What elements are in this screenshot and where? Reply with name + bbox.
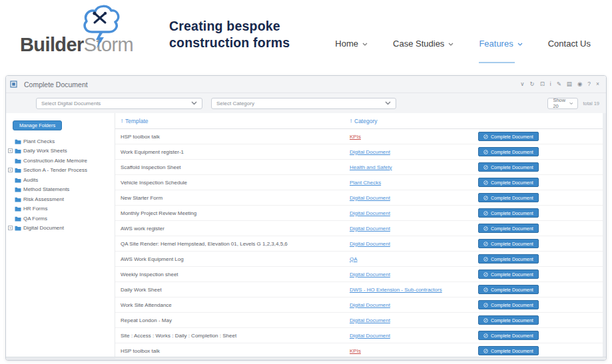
signature-icon bbox=[483, 303, 488, 307]
signature-icon bbox=[483, 196, 488, 200]
complete-document-button[interactable]: Complete Document bbox=[478, 254, 539, 264]
category-link[interactable]: Digital Document bbox=[350, 317, 390, 323]
table-row: HSP toolbox talk KPIs Complete Document bbox=[115, 343, 606, 359]
nav-item-features[interactable]: Features bbox=[479, 39, 522, 49]
table-row: Repeat London - May Digital Document Com… bbox=[115, 313, 606, 328]
folder-label: Audits bbox=[23, 177, 38, 183]
folder-item-daily-work-sheets[interactable]: + Daily Work Sheets bbox=[6, 146, 115, 156]
category-link[interactable]: Digital Document bbox=[350, 272, 390, 277]
folder-item-audits[interactable]: Audits bbox=[6, 175, 115, 185]
select-digital-documents-value: Select Digital Documents bbox=[41, 100, 101, 106]
template-cell: New Starter Form bbox=[115, 195, 350, 201]
table-row: Weekly Inspection sheet Digital Document… bbox=[115, 267, 606, 282]
category-link[interactable]: DWS - HO Extension - Sub-contractors bbox=[350, 287, 442, 293]
titlebar-icons: ∨↻⊡i✎▤◉?× bbox=[520, 81, 599, 87]
complete-document-button[interactable]: Complete Document bbox=[478, 300, 539, 309]
table-row: Work Site Attendance Digital Document Co… bbox=[115, 297, 606, 313]
expand-icon[interactable]: + bbox=[8, 148, 13, 153]
table-row: New Starter Form Digital Document Comple… bbox=[115, 190, 606, 206]
template-cell: Work Equipment register-1 bbox=[115, 149, 350, 155]
folder-item-risk-assessment[interactable]: Risk Assessment bbox=[6, 194, 115, 204]
folder-label: Digital Document bbox=[23, 225, 64, 231]
folder-item-plant-checks[interactable]: Plant Checks bbox=[6, 136, 115, 146]
complete-document-button[interactable]: Complete Document bbox=[478, 178, 539, 187]
folder-item-method-statements[interactable]: Method Statements bbox=[6, 185, 115, 195]
complete-document-button[interactable]: Complete Document bbox=[478, 193, 539, 202]
category-link[interactable]: KPIs bbox=[350, 348, 361, 354]
nav-item-contact-us[interactable]: Contact Us bbox=[548, 39, 591, 49]
total-count-label: total 19 bbox=[583, 100, 599, 106]
folder-item-digital-document[interactable]: + Digital Document bbox=[6, 224, 115, 234]
chevron-down-icon bbox=[362, 43, 368, 46]
category-link[interactable]: Health and Safety bbox=[350, 164, 392, 170]
complete-document-button[interactable]: Complete Document bbox=[478, 208, 539, 218]
folder-item-section-a-tender-process[interactable]: + Section A - Tender Process bbox=[6, 166, 115, 176]
bell-icon[interactable]: ◉ bbox=[577, 81, 582, 87]
select-category[interactable]: Select Category bbox=[211, 98, 396, 109]
nav-item-case-studies[interactable]: Case Studies bbox=[393, 39, 454, 49]
signature-icon bbox=[483, 333, 488, 338]
table-header-row: ↕ Template ↕ Category bbox=[115, 113, 606, 129]
scrollbar-track[interactable] bbox=[603, 113, 606, 357]
table-row: Scaffold Inspection Sheet Health and Saf… bbox=[115, 160, 606, 175]
chevron-down-icon bbox=[191, 101, 197, 105]
filter-bar: Select Digital Documents Select Category… bbox=[6, 93, 606, 113]
key-icon[interactable]: ✎ bbox=[557, 81, 561, 87]
expand-icon[interactable]: + bbox=[8, 168, 13, 172]
camera-icon[interactable]: ▤ bbox=[567, 81, 572, 87]
column-header-category[interactable]: ↕ Category bbox=[350, 118, 606, 124]
template-cell: Repeat London - May bbox=[115, 317, 350, 323]
info-icon[interactable]: i bbox=[550, 81, 551, 87]
template-cell: HSP toolbox talk bbox=[115, 348, 350, 354]
category-link[interactable]: Digital Document bbox=[350, 210, 390, 216]
complete-document-button[interactable]: Complete Document bbox=[478, 147, 539, 156]
table-row: AWS work register Digital Document Compl… bbox=[115, 221, 606, 236]
select-digital-documents[interactable]: Select Digital Documents bbox=[36, 98, 202, 109]
show-count-select[interactable]: Show 20 bbox=[547, 98, 578, 109]
signature-icon bbox=[483, 150, 488, 154]
category-link[interactable]: QA bbox=[350, 256, 358, 262]
nav-item-home[interactable]: Home bbox=[335, 39, 368, 49]
category-link[interactable]: Digital Document bbox=[350, 195, 390, 201]
category-link[interactable]: Digital Document bbox=[350, 241, 390, 247]
expand-icon[interactable]: + bbox=[8, 226, 13, 230]
site-header: BuilderStorm Creating bespoke constructi… bbox=[0, 0, 612, 67]
complete-document-button[interactable]: Complete Document bbox=[478, 315, 539, 325]
complete-document-button[interactable]: Complete Document bbox=[478, 224, 539, 233]
documents-table: ↕ Template ↕ Category HSP toolbox talk K… bbox=[115, 113, 606, 357]
folder-icon bbox=[15, 158, 21, 164]
category-link[interactable]: KPIs bbox=[350, 134, 361, 140]
sort-icon: ↕ bbox=[350, 118, 352, 124]
template-cell: Monthly Project Review Meeting bbox=[115, 210, 350, 216]
complete-document-button[interactable]: Complete Document bbox=[478, 346, 539, 355]
chevron-down-icon bbox=[569, 102, 573, 105]
folder-item-qa-forms[interactable]: QA Forms bbox=[6, 214, 115, 224]
category-link[interactable]: Digital Document bbox=[350, 333, 390, 339]
category-link[interactable]: Digital Document bbox=[350, 149, 390, 155]
template-cell: Vehicle Inspection Schedule bbox=[115, 180, 350, 186]
lock-icon[interactable]: ⊡ bbox=[540, 81, 545, 87]
folder-icon bbox=[15, 206, 21, 212]
folder-icon bbox=[15, 148, 21, 154]
complete-document-button[interactable]: Complete Document bbox=[478, 239, 539, 248]
template-cell: Scaffold Inspection Sheet bbox=[115, 164, 350, 170]
category-link[interactable]: Digital Document bbox=[350, 302, 390, 308]
column-header-template[interactable]: ↕ Template bbox=[115, 118, 350, 124]
signature-icon bbox=[483, 272, 488, 277]
folder-item-hr-forms[interactable]: HR Forms bbox=[6, 204, 115, 214]
complete-document-button[interactable]: Complete Document bbox=[478, 285, 539, 294]
manage-folders-button[interactable]: Manage Folders bbox=[13, 120, 62, 130]
complete-document-button[interactable]: Complete Document bbox=[478, 162, 539, 172]
category-link[interactable]: Digital Document bbox=[350, 226, 390, 232]
help-icon[interactable]: ? bbox=[587, 81, 591, 87]
refresh-icon[interactable]: ↻ bbox=[530, 81, 535, 87]
close-icon[interactable]: × bbox=[596, 81, 599, 87]
complete-document-button[interactable]: Complete Document bbox=[478, 132, 539, 141]
window-icon bbox=[10, 81, 17, 88]
category-link[interactable]: Plant Checks bbox=[350, 180, 381, 186]
chevron-down-icon[interactable]: ∨ bbox=[520, 81, 524, 87]
folder-item-construction-aide-memoire[interactable]: Construction Aide Memoire bbox=[6, 156, 115, 166]
builderstorm-logo[interactable]: BuilderStorm bbox=[19, 5, 162, 61]
complete-document-button[interactable]: Complete Document bbox=[478, 270, 539, 279]
complete-document-button[interactable]: Complete Document bbox=[478, 331, 539, 340]
